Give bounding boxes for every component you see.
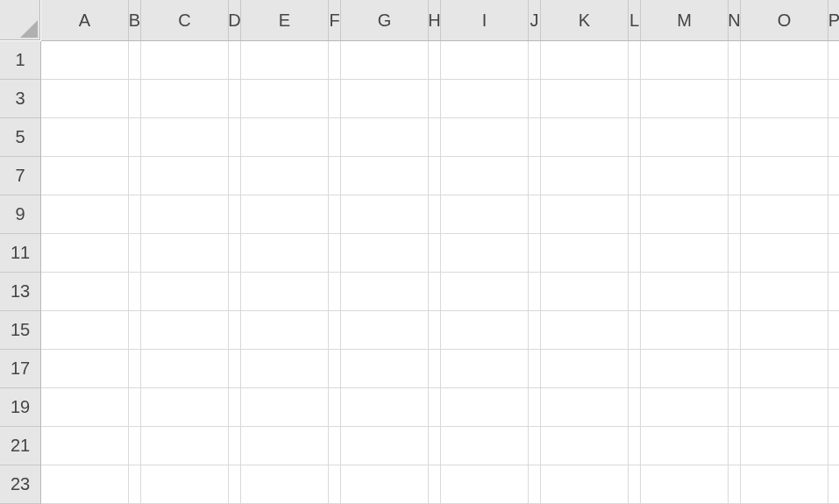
cell[interactable] <box>341 234 429 273</box>
cell[interactable] <box>429 195 441 234</box>
cell[interactable] <box>741 427 828 465</box>
cell[interactable] <box>241 41 329 80</box>
cell[interactable] <box>441 427 529 465</box>
cell[interactable] <box>129 157 141 195</box>
cell[interactable] <box>41 80 129 118</box>
cell[interactable] <box>441 41 529 80</box>
cell[interactable] <box>129 311 141 350</box>
cell[interactable] <box>529 465 541 504</box>
cell[interactable] <box>529 80 541 118</box>
cell[interactable] <box>741 157 828 195</box>
cell[interactable] <box>129 388 141 427</box>
cell[interactable] <box>629 118 641 157</box>
cell[interactable] <box>329 273 341 311</box>
cell[interactable] <box>729 157 741 195</box>
column-header-J[interactable]: J <box>529 0 541 40</box>
cell[interactable] <box>329 80 341 118</box>
cell[interactable] <box>429 118 441 157</box>
cell[interactable] <box>141 41 229 80</box>
cell[interactable] <box>129 118 141 157</box>
cell[interactable] <box>241 350 329 388</box>
cell[interactable] <box>828 80 839 118</box>
cell[interactable] <box>629 388 641 427</box>
column-header-H[interactable]: H <box>429 0 441 40</box>
cell[interactable] <box>341 388 429 427</box>
cell[interactable] <box>729 234 741 273</box>
cell[interactable] <box>429 80 441 118</box>
select-all-corner[interactable] <box>0 0 40 40</box>
cell[interactable] <box>341 157 429 195</box>
cell[interactable] <box>241 195 329 234</box>
cell[interactable] <box>629 427 641 465</box>
cell[interactable] <box>729 273 741 311</box>
cell[interactable] <box>541 388 629 427</box>
cell[interactable] <box>241 427 329 465</box>
cell[interactable] <box>541 350 629 388</box>
cell[interactable] <box>741 388 828 427</box>
column-header-B[interactable]: B <box>129 0 141 40</box>
column-header-O[interactable]: O <box>741 0 828 40</box>
cell[interactable] <box>541 157 629 195</box>
cell[interactable] <box>741 311 828 350</box>
cell[interactable] <box>141 311 229 350</box>
cell[interactable] <box>229 311 241 350</box>
cell[interactable] <box>141 427 229 465</box>
cell[interactable] <box>641 388 729 427</box>
cell[interactable] <box>541 465 629 504</box>
cell[interactable] <box>729 311 741 350</box>
cell[interactable] <box>229 350 241 388</box>
cell[interactable] <box>141 273 229 311</box>
cell[interactable] <box>441 350 529 388</box>
cell[interactable] <box>541 195 629 234</box>
cell[interactable] <box>129 465 141 504</box>
cell[interactable] <box>629 465 641 504</box>
cell[interactable] <box>141 80 229 118</box>
cell[interactable] <box>741 350 828 388</box>
cell[interactable] <box>329 311 341 350</box>
column-header-E[interactable]: E <box>241 0 329 40</box>
cell[interactable] <box>529 157 541 195</box>
cell[interactable] <box>429 427 441 465</box>
cell[interactable] <box>129 41 141 80</box>
cell[interactable] <box>341 80 429 118</box>
row-header-21[interactable]: 21 <box>0 427 40 465</box>
cell[interactable] <box>241 273 329 311</box>
cell[interactable] <box>828 118 839 157</box>
cell[interactable] <box>241 388 329 427</box>
cell[interactable] <box>441 234 529 273</box>
column-header-F[interactable]: F <box>329 0 341 40</box>
cell[interactable] <box>641 80 729 118</box>
cell[interactable] <box>629 234 641 273</box>
cell[interactable] <box>629 80 641 118</box>
column-header-M[interactable]: M <box>641 0 729 40</box>
cell[interactable] <box>828 427 839 465</box>
cell[interactable] <box>741 41 828 80</box>
cell[interactable] <box>129 195 141 234</box>
cell[interactable] <box>141 234 229 273</box>
cell[interactable] <box>641 273 729 311</box>
cell[interactable] <box>129 234 141 273</box>
cell[interactable] <box>741 80 828 118</box>
cell[interactable] <box>541 234 629 273</box>
cell[interactable] <box>729 465 741 504</box>
cell[interactable] <box>641 234 729 273</box>
cell[interactable] <box>541 118 629 157</box>
row-header-1[interactable]: 1 <box>0 41 40 80</box>
column-header-D[interactable]: D <box>229 0 241 40</box>
cell[interactable] <box>529 195 541 234</box>
cell[interactable] <box>629 273 641 311</box>
cell[interactable] <box>329 234 341 273</box>
cell[interactable] <box>729 41 741 80</box>
cell[interactable] <box>529 388 541 427</box>
row-header-13[interactable]: 13 <box>0 273 40 311</box>
cell[interactable] <box>629 195 641 234</box>
cell[interactable] <box>641 350 729 388</box>
cell[interactable] <box>541 273 629 311</box>
column-header-P[interactable]: P <box>828 0 839 40</box>
cell[interactable] <box>729 118 741 157</box>
cell[interactable] <box>429 234 441 273</box>
cell[interactable] <box>541 427 629 465</box>
cell[interactable] <box>429 273 441 311</box>
cell[interactable] <box>229 118 241 157</box>
cell[interactable] <box>41 273 129 311</box>
